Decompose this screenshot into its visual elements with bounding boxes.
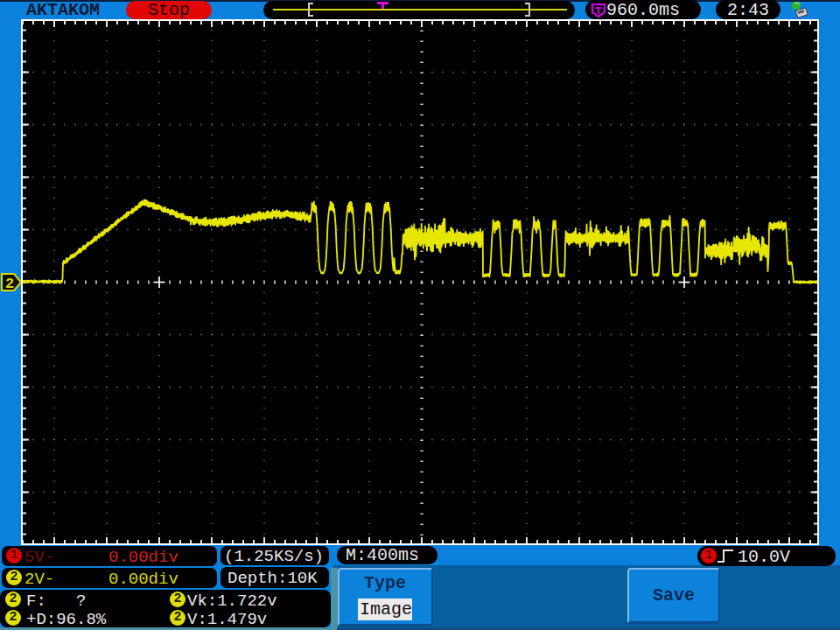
svg-text:2: 2 [5, 276, 14, 292]
